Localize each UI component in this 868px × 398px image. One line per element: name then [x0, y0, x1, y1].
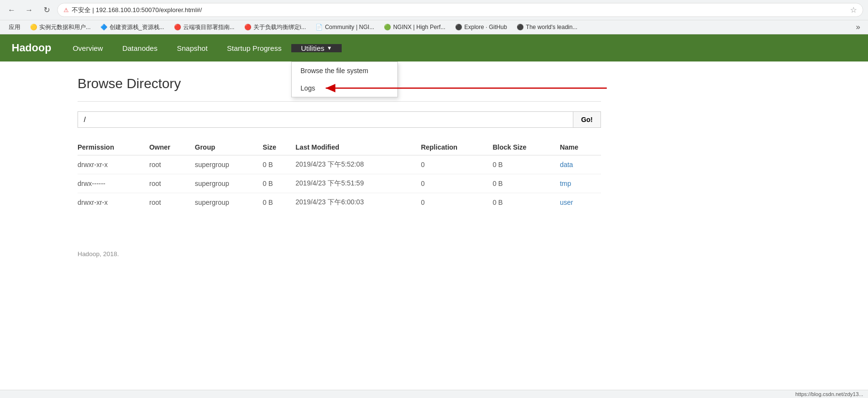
table-header: Permission Owner Group Size Last Modifie… [78, 139, 601, 155]
cell-group: supergroup [195, 174, 263, 193]
cell-owner: root [149, 174, 195, 193]
table-body: drwxr-xr-x root supergroup 0 B 2019/4/23… [78, 155, 601, 212]
cell-block-size: 0 B [492, 174, 560, 193]
cell-replication: 0 [421, 193, 492, 212]
table-row: drwxr-xr-x root supergroup 0 B 2019/4/23… [78, 193, 601, 212]
utilities-dropdown-menu: Browse the file system Logs [291, 61, 398, 97]
path-row: Go! [78, 111, 601, 128]
cell-owner: root [149, 193, 195, 212]
cell-name[interactable]: data [560, 155, 601, 174]
bookmark-7[interactable]: ⚫Explore · GitHub [451, 23, 511, 31]
refresh-button[interactable]: ↻ [40, 3, 53, 17]
nav-dropdown-utilities[interactable]: Utilities ▼ Browse the file system Logs [291, 34, 342, 61]
bookmarks-more-button[interactable]: » [853, 22, 863, 32]
nav-item-startup-progress[interactable]: Startup Progress [217, 34, 291, 61]
bookmarks-label[interactable]: 应用 [5, 22, 24, 32]
file-table: Permission Owner Group Size Last Modifie… [78, 139, 601, 212]
cell-replication: 0 [421, 155, 492, 174]
col-group: Group [195, 139, 263, 155]
cell-group: supergroup [195, 193, 263, 212]
cell-group: supergroup [195, 155, 263, 174]
browser-toolbar: ← → ↻ ⚠ 不安全 | 192.168.100.10:50070/explo… [0, 0, 868, 20]
go-button[interactable]: Go! [573, 111, 601, 128]
table-row: drwxr-xr-x root supergroup 0 B 2019/4/23… [78, 155, 601, 174]
cell-block-size: 0 B [492, 155, 560, 174]
cell-last-modified: 2019/4/23 下午5:52:08 [296, 155, 421, 174]
col-replication: Replication [421, 139, 492, 155]
bookmark-3[interactable]: 🔴云端项目部署指南... [170, 22, 238, 32]
col-last-modified: Last Modified [296, 139, 421, 155]
col-name: Name [560, 139, 601, 155]
bookmark-5[interactable]: 📄Community | NGI... [312, 23, 378, 31]
cell-size: 0 B [263, 155, 296, 174]
dropdown-item-browse-filesystem[interactable]: Browse the file system [292, 62, 397, 79]
col-block-size: Block Size [492, 139, 560, 155]
address-text: 不安全 | 192.168.100.10:50070/explorer.html… [72, 6, 847, 15]
address-bar[interactable]: ⚠ 不安全 | 192.168.100.10:50070/explorer.ht… [57, 3, 863, 17]
cell-replication: 0 [421, 174, 492, 193]
footer-text: Hadoop, 2018. [78, 250, 119, 258]
footer: Hadoop, 2018. [0, 241, 868, 267]
cell-owner: root [149, 155, 195, 174]
bookmark-1[interactable]: 🟡实例元数据和用户... [26, 22, 95, 32]
table-header-row: Permission Owner Group Size Last Modifie… [78, 139, 601, 155]
cell-size: 0 B [263, 174, 296, 193]
bookmark-4[interactable]: 🔴关于负载均衡绑定i... [240, 22, 310, 32]
browser-chrome: ← → ↻ ⚠ 不安全 | 192.168.100.10:50070/explo… [0, 0, 868, 34]
content-divider [78, 101, 601, 102]
star-icon[interactable]: ☆ [850, 5, 857, 15]
bookmark-6[interactable]: 🟢NGINX | High Perf... [380, 23, 449, 31]
cell-permission: drwxr-xr-x [78, 155, 149, 174]
cell-permission: drwxr-xr-x [78, 193, 149, 212]
cell-last-modified: 2019/4/23 下午5:51:59 [296, 174, 421, 193]
back-button[interactable]: ← [5, 3, 18, 17]
nav-item-overview[interactable]: Overview [63, 34, 113, 61]
cell-name[interactable]: user [560, 193, 601, 212]
col-size: Size [263, 139, 296, 155]
cell-last-modified: 2019/4/23 下午6:00:03 [296, 193, 421, 212]
navbar: Hadoop Overview Datanodes Snapshot Start… [0, 34, 868, 61]
nav-item-utilities[interactable]: Utilities ▼ [291, 44, 342, 52]
cell-block-size: 0 B [492, 193, 560, 212]
col-owner: Owner [149, 139, 195, 155]
dropdown-caret-icon: ▼ [327, 45, 332, 51]
navbar-brand: Hadoop [0, 34, 63, 61]
path-input[interactable] [78, 111, 573, 128]
table-row: drwx------ root supergroup 0 B 2019/4/23… [78, 174, 601, 193]
cell-size: 0 B [263, 193, 296, 212]
lock-icon: ⚠ [63, 7, 69, 14]
cell-name[interactable]: tmp [560, 174, 601, 193]
forward-button[interactable]: → [22, 3, 36, 17]
bookmark-2[interactable]: 🔷创建资源栈_资源栈... [96, 22, 168, 32]
col-permission: Permission [78, 139, 149, 155]
nav-item-snapshot[interactable]: Snapshot [167, 34, 217, 61]
bookmarks-bar: 应用 🟡实例元数据和用户... 🔷创建资源栈_资源栈... 🔴云端项目部署指南.… [0, 20, 868, 34]
cell-permission: drwx------ [78, 174, 149, 193]
dropdown-item-logs[interactable]: Logs [292, 79, 397, 97]
nav-item-datanodes[interactable]: Datanodes [112, 34, 167, 61]
bookmark-8[interactable]: ⚫The world's leadin... [513, 23, 581, 31]
